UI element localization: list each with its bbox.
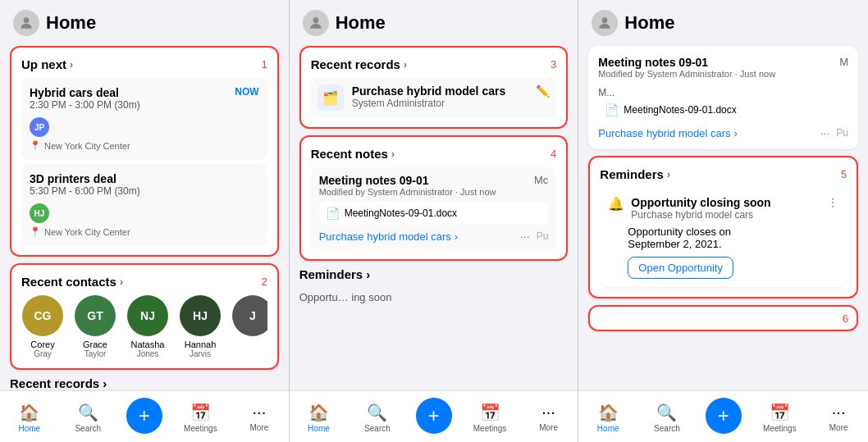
reminders-number-3: 5 (841, 168, 847, 180)
screen-2-header: Home (290, 0, 578, 43)
reminders-partial-label-2: Reminders (299, 267, 363, 281)
upnext-chevron[interactable]: › (70, 59, 73, 71)
nav-meetings-label-2: Meetings (473, 424, 507, 433)
note-top-dots-3[interactable]: ··· (820, 126, 830, 139)
contact-NJ-avatar: NJ (127, 295, 168, 336)
record-title-1: Purchase hybrid model cars (352, 84, 528, 98)
contact-HJ[interactable]: HJ Hannah Jarvis (179, 295, 222, 358)
recentrecords-header-2: Recent records › 3 (311, 57, 557, 71)
nav-search-1[interactable]: 🔍 Search (67, 403, 108, 433)
docx-icon-3: 📄 (605, 103, 619, 116)
open-opportunity-btn-3[interactable]: Open Opportunity (628, 257, 733, 279)
reminders-chevron-3[interactable]: › (667, 169, 670, 180)
recentrecords-partial-chevron[interactable]: › (103, 376, 107, 390)
contact-CG[interactable]: CG Corey Gray (21, 295, 64, 358)
contact-CG-avatar: CG (22, 295, 63, 336)
note-link-2[interactable]: Purchase hybrid model cars › (319, 230, 458, 243)
note-top-link-3[interactable]: Purchase hybrid model cars › (598, 127, 737, 139)
contact-HJ-last: Jarvis (190, 349, 211, 358)
nav-home-1[interactable]: 🏠 Home (9, 403, 50, 433)
nav-more-2[interactable]: ··· More (528, 403, 569, 432)
location-pin-icon-2: 📍 (30, 226, 41, 237)
contact-partial[interactable]: J (231, 295, 267, 358)
record-icon-1: 🗂️ (318, 84, 344, 111)
nav-meetings-label-3: Meetings (763, 424, 797, 433)
recentnotes-number-2: 4 (550, 148, 556, 160)
contact-HJ-avatar: HJ (180, 295, 221, 336)
recentrecords-number-2: 3 (550, 58, 556, 71)
section6-card-3: 6 (588, 305, 858, 331)
note-title-2: Meeting notes 09-01 (319, 174, 496, 187)
nav-plus-3[interactable]: + (706, 398, 742, 434)
screen-1-title: Home (46, 12, 96, 34)
user-avatar-3[interactable] (592, 10, 618, 36)
nav-home-2[interactable]: 🏠 Home (298, 403, 339, 433)
nav-more-1[interactable]: ··· More (239, 403, 280, 432)
nav-meetings-label-1: Meetings (184, 424, 217, 433)
nav-search-2[interactable]: 🔍 Search (357, 403, 398, 433)
nav-meetings-2[interactable]: 📅 Meetings (469, 403, 510, 433)
contacts-number: 2 (261, 276, 267, 288)
nav-home-3[interactable]: 🏠 Home (587, 403, 628, 433)
note-top-filename-3: MeetingNotes-09-01.docx (624, 104, 736, 116)
contact-partial-avatar: J (232, 295, 267, 336)
meetings-icon-2: 📅 (480, 403, 500, 422)
bottom-nav-2: 🏠 Home 🔍 Search + 📅 Meetings ··· More (290, 390, 578, 442)
reminder-top-3: 🔔 Opportunity closing soon Purchase hybr… (608, 196, 838, 221)
record-info-1: Purchase hybrid model cars System Admini… (352, 84, 528, 109)
bottom-nav-1: 🏠 Home 🔍 Search + 📅 Meetings ··· More (0, 390, 289, 442)
more-icon-2: ··· (541, 403, 555, 421)
upnext-header: Up next › 1 (21, 57, 267, 71)
nav-more-3[interactable]: ··· More (818, 403, 859, 432)
contact-NJ[interactable]: NJ Natasha Jones (126, 295, 169, 358)
contact-GT-avatar: GT (75, 295, 116, 336)
note-top-link-label-3: Purchase hybrid model cars (598, 127, 730, 139)
recentrecords-label-2: Recent records (311, 57, 400, 71)
recentnotes-card-2: Recent notes › 4 Meeting notes 09-01 Mod… (299, 135, 569, 261)
nav-meetings-3[interactable]: 📅 Meetings (759, 403, 800, 433)
home-icon-2: 🏠 (308, 403, 329, 422)
reminders-partial-chevron-2[interactable]: › (366, 267, 370, 281)
reminder-title-3: Opportunity closing soon (631, 196, 820, 209)
screen-1-header: Home (0, 0, 289, 43)
reminders-card-3: Reminders › 5 🔔 Opportunity closing soon… (588, 156, 858, 298)
bell-icon-3: 🔔 (608, 196, 624, 212)
nav-home-label-3: Home (597, 424, 619, 433)
reminders-partial-item-2: Opportu… ing soon (299, 288, 569, 307)
nav-plus-1[interactable]: + (126, 398, 162, 434)
note-link-label-2: Purchase hybrid model cars (319, 230, 451, 243)
nav-search-3[interactable]: 🔍 Search (646, 403, 688, 433)
note-item-2[interactable]: Meeting notes 09-01 Modified by System A… (311, 167, 557, 249)
note-partial-label-2: Pu (537, 230, 549, 242)
more-icon-3: ··· (832, 403, 846, 421)
screen-2-content: Recent records › 3 🗂️ Purchase hybrid mo… (290, 43, 578, 390)
contact-GT[interactable]: GT Grace Taylor (74, 295, 116, 358)
nav-search-label-3: Search (654, 424, 680, 433)
meeting-item-1[interactable]: Hybrid cars deal 2:30 PM - 3:00 PM (30m)… (21, 78, 267, 159)
meeting-2-time: 5:30 PM - 6:00 PM (30m) (30, 185, 259, 197)
user-avatar-1[interactable] (13, 10, 39, 36)
location-pin-icon: 📍 (30, 140, 41, 151)
nav-search-label-2: Search (364, 424, 391, 433)
nav-meetings-1[interactable]: 📅 Meetings (180, 403, 221, 433)
contacts-chevron[interactable]: › (120, 276, 123, 288)
reminder-dots-3[interactable]: ⋮ (827, 196, 838, 209)
recentrecords-partial-header: Recent records › (10, 376, 279, 390)
recentrecords-chevron-2[interactable]: › (404, 59, 407, 71)
pencil-icon: ✏️ (536, 84, 550, 98)
upnext-label: Up next (21, 57, 66, 71)
meeting-2-title: 3D printers deal (30, 172, 259, 185)
nav-more-label-3: More (829, 423, 848, 432)
contact-CG-last: Gray (34, 349, 52, 358)
nav-plus-2[interactable]: + (416, 398, 452, 434)
record-item-1[interactable]: 🗂️ Purchase hybrid model cars System Adm… (311, 78, 557, 117)
contact-NJ-last: Jones (137, 349, 159, 358)
note-top-partial-3: M (839, 56, 848, 84)
user-avatar-2[interactable] (303, 10, 329, 36)
reminder-record-3: Purchase hybrid model cars (631, 209, 820, 221)
meeting-1-badge: NOW (235, 86, 258, 98)
recentnotes-chevron-2[interactable]: › (391, 148, 395, 160)
note-dots-2[interactable]: ··· (520, 230, 530, 243)
recentnotes-label-2: Recent notes (311, 147, 388, 161)
meeting-item-2[interactable]: 3D printers deal 5:30 PM - 6:00 PM (30m)… (21, 164, 267, 245)
